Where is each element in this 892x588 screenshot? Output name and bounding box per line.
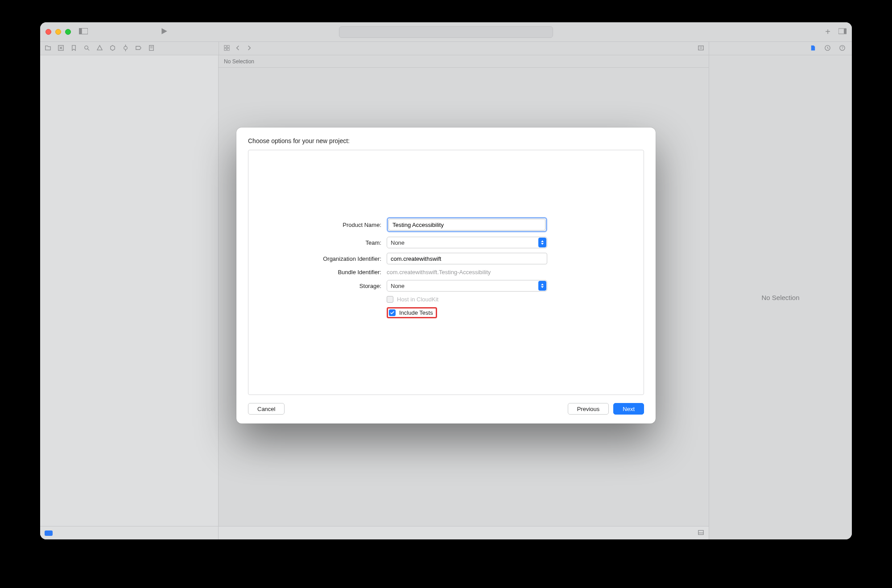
label-org-id: Organization Identifier: <box>248 255 382 262</box>
storage-select-value: None <box>391 283 405 289</box>
include-tests-label: Include Tests <box>399 309 433 316</box>
product-name-focus-ring <box>387 217 547 232</box>
label-bundle-id: Bundle Identifier: <box>248 269 382 275</box>
options-form-container: Product Name: Team: None Organization Id… <box>248 150 644 395</box>
team-select[interactable]: None <box>387 237 547 248</box>
product-name-input[interactable] <box>388 219 545 230</box>
label-storage: Storage: <box>248 283 382 289</box>
next-button[interactable]: Next <box>613 403 644 415</box>
host-cloudkit-label: Host in CloudKit <box>397 296 438 303</box>
organization-identifier-input[interactable] <box>387 253 547 264</box>
storage-select[interactable]: None <box>387 280 547 292</box>
label-team: Team: <box>248 239 382 246</box>
label-product-name: Product Name: <box>248 222 382 228</box>
host-cloudkit-checkbox <box>387 296 393 303</box>
include-tests-highlight: Include Tests <box>387 307 437 318</box>
options-form: Product Name: Team: None Organization Id… <box>248 217 644 318</box>
cancel-button[interactable]: Cancel <box>248 403 285 415</box>
include-tests-checkbox[interactable] <box>389 309 396 316</box>
select-arrows-icon <box>538 281 546 291</box>
previous-button[interactable]: Previous <box>568 403 609 415</box>
host-cloudkit-row: Host in CloudKit <box>387 296 547 303</box>
sheet-title: Choose options for your new project: <box>248 137 644 144</box>
xcode-window: + ? <box>40 22 852 539</box>
new-project-options-sheet: Choose options for your new project: Pro… <box>236 127 656 424</box>
select-arrows-icon <box>538 238 546 247</box>
sheet-footer: Cancel Previous Next <box>248 403 644 415</box>
bundle-identifier-value: com.createwithswift.Testing-Accessibilit… <box>387 269 547 275</box>
team-select-value: None <box>391 239 405 246</box>
